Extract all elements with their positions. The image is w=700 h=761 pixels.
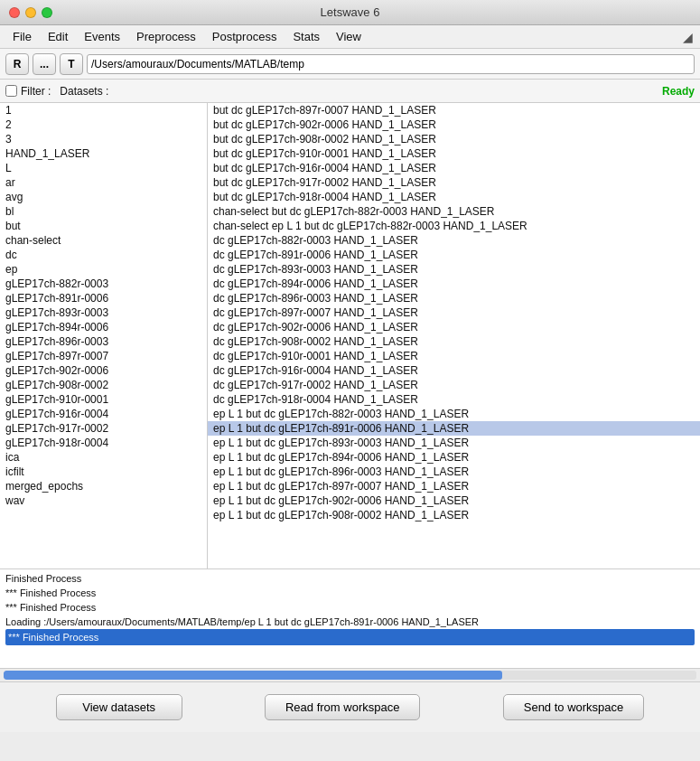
left-list-item[interactable]: gLEP17ch-916r-0004 (0, 407, 207, 421)
right-list-item[interactable]: dc gLEP17ch-897r-0007 HAND_1_LASER (208, 305, 700, 320)
right-list-item[interactable]: dc gLEP17ch-908r-0002 HAND_1_LASER (208, 334, 700, 349)
left-list-item[interactable]: HAND_1_LASER (0, 146, 207, 161)
left-list-item[interactable]: gLEP17ch-917r-0002 (0, 421, 207, 436)
left-list-item[interactable]: ar (0, 175, 207, 190)
title-bar: Letswave 6 (0, 0, 700, 25)
read-from-workspace-button[interactable]: Read from workspace (265, 694, 420, 720)
left-list-item[interactable]: ep (0, 262, 207, 277)
window-controls (9, 7, 52, 18)
right-list-item[interactable]: ep L 1 but dc gLEP17ch-882r-0003 HAND_1_… (208, 407, 700, 421)
filter-checkbox[interactable] (5, 85, 17, 97)
left-list-item[interactable]: gLEP17ch-908r-0002 (0, 378, 207, 392)
datasets-label: Datasets : (60, 85, 108, 98)
right-list-item[interactable]: but dc gLEP17ch-908r-0002 HAND_1_LASER (208, 132, 700, 146)
toolbar: R ... T (0, 49, 700, 80)
right-list-item[interactable]: but dc gLEP17ch-916r-0004 HAND_1_LASER (208, 161, 700, 175)
log-line: *** Finished Process (5, 586, 695, 600)
ready-label: Ready (662, 85, 695, 98)
log-panel: Finished Process*** Finished Process*** … (0, 569, 700, 669)
right-list-item[interactable]: ep L 1 but dc gLEP17ch-891r-0006 HAND_1_… (208, 421, 700, 436)
log-line: *** Finished Process (5, 600, 695, 615)
progress-bar-container (4, 671, 696, 680)
right-list-item[interactable]: dc gLEP17ch-893r-0003 HAND_1_LASER (208, 262, 700, 277)
log-line: *** Finished Process (5, 629, 695, 645)
left-list-item[interactable]: ica (0, 450, 207, 465)
right-list-item[interactable]: chan-select but dc gLEP17ch-882r-0003 HA… (208, 204, 700, 219)
left-list-item[interactable]: dc (0, 248, 207, 262)
right-list-item[interactable]: but dc gLEP17ch-897r-0007 HAND_1_LASER (208, 103, 700, 117)
window-title: Letswave 6 (321, 5, 380, 19)
right-list-item[interactable]: ep L 1 but dc gLEP17ch-893r-0003 HAND_1_… (208, 436, 700, 450)
left-list-item[interactable]: gLEP17ch-882r-0003 (0, 277, 207, 291)
filter-label: Filter : (21, 85, 51, 98)
right-list-item[interactable]: dc gLEP17ch-916r-0004 HAND_1_LASER (208, 363, 700, 378)
left-list-item[interactable]: gLEP17ch-910r-0001 (0, 392, 207, 407)
menu-events[interactable]: Events (77, 28, 127, 45)
right-list-item[interactable]: but dc gLEP17ch-910r-0001 HAND_1_LASER (208, 146, 700, 161)
left-list-item[interactable]: but (0, 219, 207, 233)
left-list-item[interactable]: wav (0, 493, 207, 508)
left-list-item[interactable]: gLEP17ch-897r-0007 (0, 349, 207, 363)
menu-preprocess[interactable]: Preprocess (129, 28, 203, 45)
filter-row: Filter : Datasets : Ready (0, 80, 700, 103)
right-list-item[interactable]: dc gLEP17ch-882r-0003 HAND_1_LASER (208, 233, 700, 248)
right-list-item[interactable]: but dc gLEP17ch-902r-0006 HAND_1_LASER (208, 117, 700, 132)
right-list-item[interactable]: ep L 1 but dc gLEP17ch-896r-0003 HAND_1_… (208, 465, 700, 479)
right-list-item[interactable]: dc gLEP17ch-902r-0006 HAND_1_LASER (208, 320, 700, 334)
right-panel[interactable]: but dc gLEP17ch-897r-0007 HAND_1_LASERbu… (208, 103, 700, 568)
left-list-item[interactable]: 2 (0, 117, 207, 132)
menu-file[interactable]: File (5, 28, 39, 45)
left-list-item[interactable]: gLEP17ch-902r-0006 (0, 363, 207, 378)
right-list-item[interactable]: dc gLEP17ch-918r-0004 HAND_1_LASER (208, 392, 700, 407)
right-list-item[interactable]: ep L 1 but dc gLEP17ch-908r-0002 HAND_1_… (208, 508, 700, 522)
menu-edit[interactable]: Edit (41, 28, 75, 45)
right-list-item[interactable]: dc gLEP17ch-891r-0006 HAND_1_LASER (208, 248, 700, 262)
left-list-item[interactable]: icfilt (0, 465, 207, 479)
right-list-item[interactable]: dc gLEP17ch-896r-0003 HAND_1_LASER (208, 291, 700, 305)
bottom-bar: View datasets Read from workspace Send t… (0, 681, 700, 732)
left-list-item[interactable]: gLEP17ch-894r-0006 (0, 320, 207, 334)
menu-postprocess[interactable]: Postprocess (205, 28, 285, 45)
right-list-item[interactable]: ep L 1 but dc gLEP17ch-894r-0006 HAND_1_… (208, 450, 700, 465)
right-list-item[interactable]: but dc gLEP17ch-917r-0002 HAND_1_LASER (208, 175, 700, 190)
menu-stats[interactable]: Stats (285, 28, 327, 45)
left-list-item[interactable]: merged_epochs (0, 479, 207, 493)
view-datasets-button[interactable]: View datasets (56, 694, 182, 720)
minimize-button[interactable] (25, 7, 36, 18)
log-line: Finished Process (5, 571, 695, 586)
menu-bar: File Edit Events Preprocess Postprocess … (0, 25, 700, 49)
right-list-item[interactable]: ep L 1 but dc gLEP17ch-902r-0006 HAND_1_… (208, 493, 700, 508)
right-list-item[interactable]: dc gLEP17ch-917r-0002 HAND_1_LASER (208, 378, 700, 392)
right-list-item[interactable]: but dc gLEP17ch-918r-0004 HAND_1_LASER (208, 190, 700, 204)
left-list-item[interactable]: chan-select (0, 233, 207, 248)
menu-extra-icon: ◢ (683, 30, 693, 44)
left-list-item[interactable]: gLEP17ch-918r-0004 (0, 436, 207, 450)
close-button[interactable] (9, 7, 20, 18)
left-list-item[interactable]: L (0, 161, 207, 175)
ellipsis-button[interactable]: ... (33, 53, 56, 75)
menu-view[interactable]: View (329, 28, 369, 45)
path-input[interactable] (87, 54, 695, 74)
log-line: Loading :/Users/amouraux/Documents/MATLA… (5, 615, 695, 629)
main-content: 123HAND_1_LASERLaravgblbutchan-selectdce… (0, 103, 700, 569)
right-list-item[interactable]: chan-select ep L 1 but dc gLEP17ch-882r-… (208, 219, 700, 233)
r-button[interactable]: R (5, 53, 29, 75)
left-list-item[interactable]: gLEP17ch-893r-0003 (0, 305, 207, 320)
left-list-item[interactable]: gLEP17ch-891r-0006 (0, 291, 207, 305)
left-list-item[interactable]: gLEP17ch-896r-0003 (0, 334, 207, 349)
left-panel[interactable]: 123HAND_1_LASERLaravgblbutchan-selectdce… (0, 103, 208, 568)
right-list-item[interactable]: dc gLEP17ch-910r-0001 HAND_1_LASER (208, 349, 700, 363)
t-button[interactable]: T (60, 53, 83, 75)
left-list-item[interactable]: 3 (0, 132, 207, 146)
right-list-item[interactable]: ep L 1 but dc gLEP17ch-897r-0007 HAND_1_… (208, 479, 700, 493)
maximize-button[interactable] (42, 7, 52, 18)
left-list-item[interactable]: 1 (0, 103, 207, 117)
left-list-item[interactable]: bl (0, 204, 207, 219)
left-list-item[interactable]: avg (0, 190, 207, 204)
progress-bar-fill (4, 671, 502, 680)
right-list-item[interactable]: dc gLEP17ch-894r-0006 HAND_1_LASER (208, 277, 700, 291)
send-to-workspace-button[interactable]: Send to workspace (503, 694, 645, 720)
